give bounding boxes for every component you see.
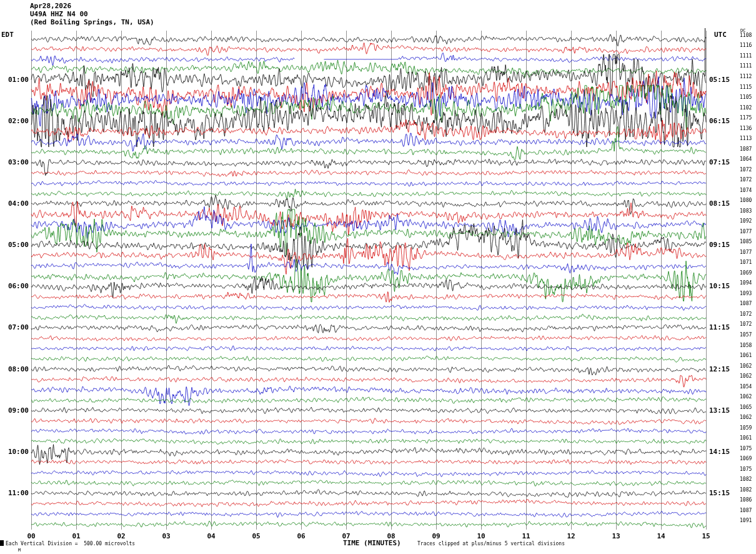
utc-time-label: 08:15: [709, 199, 730, 208]
gain-value-label: 1085: [740, 239, 752, 244]
gain-value-label: 1064: [740, 156, 752, 162]
gain-value-label: 1075: [740, 446, 752, 451]
gain-value-label: 1105: [740, 94, 752, 100]
gain-value-label: 1086: [740, 497, 752, 503]
gain-value-label: 1058: [740, 343, 752, 348]
gain-value-label: 1077: [740, 229, 752, 234]
minute-tick-label: 01: [70, 532, 82, 540]
utc-time-label: 09:15: [709, 241, 730, 249]
edt-time-label: 09:00: [1, 406, 29, 415]
gain-value-label: 1113: [740, 136, 752, 141]
gain-value-label: 1072: [740, 311, 752, 317]
gain-value-label: 1136: [740, 126, 752, 131]
helicorder-page: Apr28,2026 U49A HHZ N4 00 (Red Boiling S…: [0, 0, 756, 554]
gain-value-label: 1074: [740, 188, 752, 193]
gain-value-label: 1080: [740, 198, 752, 203]
minute-tick-label: 09: [430, 532, 442, 540]
utc-time-label: 10:15: [709, 282, 730, 290]
utc-time-label: 14:15: [709, 448, 730, 456]
gain-value-label: 1093: [740, 291, 752, 296]
edt-time-label: 05:00: [1, 241, 29, 249]
gain-value-label: 1087: [740, 508, 752, 513]
gain-value-label: 1083: [740, 208, 752, 214]
gain-value-label: 1082: [740, 487, 752, 493]
gain-value-label: 1091: [740, 518, 752, 523]
gain-value-label: 1092: [740, 218, 752, 224]
gain-value-label: 1108: [740, 33, 752, 38]
corner-mark: M: [18, 548, 21, 553]
edt-time-label: 07:00: [1, 323, 29, 331]
utc-time-label: 07:15: [709, 158, 730, 166]
x-axis-title: TIME (MINUTES): [343, 539, 401, 547]
gain-value-label: 1062: [740, 373, 752, 379]
gain-value-label: 1072: [740, 167, 752, 173]
gain-value-label: 1061: [740, 353, 752, 358]
minute-tick-label: 05: [250, 532, 262, 540]
edt-time-label: 01:00: [1, 76, 29, 84]
utc-time-label: 12:15: [709, 365, 730, 373]
minute-tick-label: 14: [655, 532, 667, 540]
gain-value-label: 1102: [740, 105, 752, 111]
gain-value-label: 1054: [740, 384, 752, 390]
gain-value-label: 1175: [740, 115, 752, 121]
edt-time-label: 08:00: [1, 365, 29, 373]
minute-tick-label: 15: [700, 532, 712, 540]
edt-time-label: 04:00: [1, 199, 29, 208]
minute-tick-label: 00: [25, 532, 37, 540]
gain-value-label: 1065: [740, 405, 752, 410]
gain-value-label: 1072: [740, 321, 752, 327]
utc-time-label: 11:15: [709, 323, 730, 331]
gain-value-label: 1116: [740, 43, 752, 48]
minute-tick-label: 02: [115, 532, 127, 540]
gain-value-label: 1059: [740, 425, 752, 431]
gain-value-label: 1071: [740, 259, 752, 265]
gain-value-label: 1115: [740, 84, 752, 90]
gain-value-label: 1087: [740, 301, 752, 306]
edt-time-label: 03:00: [1, 158, 29, 166]
minute-tick-label: 04: [205, 532, 217, 540]
utc-time-label: 15:15: [709, 489, 730, 497]
utc-time-label: 06:15: [709, 117, 730, 125]
utc-time-label: 05:15: [709, 76, 730, 84]
minute-tick-label: 12: [565, 532, 577, 540]
gain-value-label: 1094: [740, 280, 752, 286]
gain-value-label: 1072: [740, 177, 752, 183]
edt-time-label: 11:00: [1, 489, 29, 497]
gain-value-label: 1061: [740, 435, 752, 441]
gain-value-label: 1111: [740, 53, 752, 59]
gain-value-label: 1082: [740, 476, 752, 482]
footer-division-note: Each Vertical Division = 500.00 microvol…: [6, 541, 135, 546]
edt-time-label: 06:00: [1, 282, 29, 290]
gain-value-label: 1062: [740, 363, 752, 369]
minute-tick-label: 11: [520, 532, 532, 540]
gain-value-label: 1087: [740, 146, 752, 152]
footer-clip-note: Traces clipped at plus/minus 5 vertical …: [417, 541, 565, 546]
gain-value-label: 1057: [740, 332, 752, 338]
minute-tick-label: 13: [610, 532, 622, 540]
footer-marker-square: [0, 540, 4, 546]
gain-value-label: 1069: [740, 456, 752, 461]
gain-value-label: 1062: [740, 415, 752, 420]
edt-time-label: 02:00: [1, 117, 29, 125]
edt-time-label: 10:00: [1, 448, 29, 456]
minute-tick-label: 10: [475, 532, 487, 540]
axis-labels-layer: 01:0002:0003:0004:0005:0006:0007:0008:00…: [0, 0, 756, 554]
minute-tick-label: 06: [295, 532, 307, 540]
utc-time-label: 13:15: [709, 406, 730, 415]
gain-value-label: 1077: [740, 249, 752, 255]
gain-value-label: 1069: [740, 270, 752, 276]
gain-value-label: 1075: [740, 466, 752, 472]
gain-value-label: 1111: [740, 63, 752, 69]
minute-tick-label: 03: [160, 532, 172, 540]
gain-value-label: 1062: [740, 394, 752, 400]
gain-value-label: 1112: [740, 74, 752, 79]
